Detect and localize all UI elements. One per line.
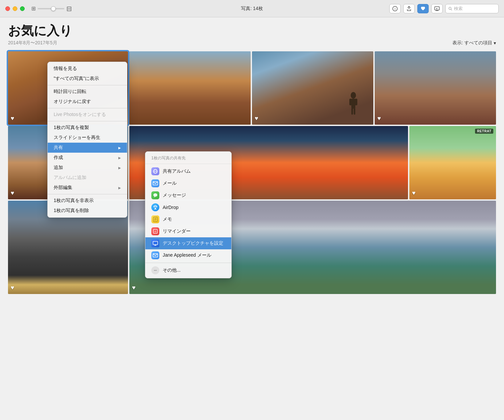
share-item-more[interactable]: ··· その他... <box>145 264 231 276</box>
mail-icon <box>151 179 159 187</box>
context-menu-slideshow[interactable]: スライドショーを再生 <box>48 133 127 143</box>
separator <box>48 108 127 108</box>
share-submenu-header: 1枚の写真の共有先 <box>145 153 231 164</box>
separator <box>48 194 127 194</box>
maximize-button[interactable] <box>20 6 25 11</box>
favorites-button[interactable] <box>417 4 429 13</box>
submenu-arrow-icon: ▶ <box>118 186 121 190</box>
shared-album-icon <box>151 167 159 175</box>
heart-icon: ♥ <box>11 284 14 291</box>
view-filter[interactable]: 表示: すべての項目 ▾ <box>452 40 496 46</box>
heart-icon: ♥ <box>377 115 381 122</box>
airdrop-icon <box>151 203 159 211</box>
notes-icon <box>151 215 159 223</box>
submenu-arrow-icon: ▶ <box>118 156 121 160</box>
large-grid-icon[interactable]: ⊟ <box>66 5 72 13</box>
submenu-arrow-icon: ▶ <box>118 146 121 150</box>
context-menu-add-to-album[interactable]: アルバムに追加 <box>48 173 127 183</box>
album-title: お気に入り <box>8 24 496 38</box>
photo-count: 写真: 14枚 <box>241 6 263 12</box>
share-item-messages[interactable]: メッセージ <box>145 189 231 201</box>
jane-mail-icon <box>151 251 159 259</box>
share-button[interactable] <box>403 4 415 13</box>
context-menu-rotate[interactable]: 時計回りに回転 <box>48 87 127 97</box>
heart-icon: ♥ <box>132 284 136 291</box>
heart-icon: ♥ <box>412 190 416 197</box>
context-menu-share[interactable]: 共有 ▶ <box>48 143 127 153</box>
svg-rect-8 <box>349 99 352 105</box>
context-menu-revert[interactable]: オリジナルに戻す <box>48 97 127 107</box>
slideshow-button[interactable] <box>431 4 443 13</box>
svg-rect-9 <box>355 99 357 105</box>
context-menu-hide[interactable]: 1枚の写真を非表示 <box>48 196 127 206</box>
minimize-button[interactable] <box>13 6 17 11</box>
close-button[interactable] <box>5 6 10 11</box>
titlebar: ⊞ ⊟ 写真: 14枚 i <box>0 0 504 17</box>
context-menu-duplicate[interactable]: 1枚の写真を複製 <box>48 123 127 133</box>
share-item-reminders[interactable]: リマインダー <box>145 225 231 237</box>
toolbar: i 検索 <box>389 4 499 13</box>
svg-rect-10 <box>351 108 353 115</box>
context-menu-info[interactable]: 情報を見る <box>48 64 127 74</box>
grid-view-icon[interactable]: ⊞ <box>31 5 36 12</box>
photo-item[interactable]: ♥ <box>375 51 496 125</box>
svg-point-17 <box>155 208 156 209</box>
svg-text:i: i <box>395 7 395 11</box>
context-menu-add[interactable]: 追加 ▶ <box>48 163 127 173</box>
photo-item[interactable] <box>129 51 251 125</box>
context-menu-live-photos[interactable]: Live Photosをオンにする <box>48 110 127 120</box>
share-item-desktop[interactable]: デスクトップピクチャを設定 <box>145 237 231 249</box>
submenu-arrow-icon: ▶ <box>118 166 121 170</box>
context-menu-show-all[interactable]: "すべての写真"に表示 <box>48 74 127 84</box>
album-subtitle-row: 2014年8月〜2017年5月 表示: すべての項目 ▾ <box>8 40 496 46</box>
share-item-shared-album[interactable]: 共有アルバム <box>145 165 231 177</box>
svg-rect-22 <box>153 229 157 233</box>
heart-icon: ♥ <box>11 115 14 122</box>
separator <box>145 263 231 263</box>
share-submenu: 1枚の写真の共有先 共有アルバム メール メッセージ <box>145 151 232 278</box>
share-item-notes[interactable]: メモ <box>145 213 231 225</box>
messages-icon <box>151 191 159 199</box>
svg-line-5 <box>451 9 452 10</box>
photo-item[interactable]: RETRAT ♥ <box>409 126 496 199</box>
desktop-icon <box>151 239 159 247</box>
view-toggle: ⊞ ⊟ <box>31 5 72 13</box>
share-item-jane[interactable]: Jane Appleseed メール <box>145 249 231 261</box>
separator <box>48 121 127 121</box>
share-item-airdrop[interactable]: AirDrop <box>145 201 231 213</box>
zoom-slider[interactable] <box>38 8 64 9</box>
reminders-icon <box>151 227 159 235</box>
retrat-badge: RETRAT <box>475 129 493 134</box>
album-date: 2014年8月〜2017年5月 <box>8 40 57 46</box>
photo-item[interactable]: ♥ <box>252 51 373 125</box>
context-menu-delete[interactable]: 1枚の写真を削除 <box>48 206 127 216</box>
more-icon: ··· <box>151 266 159 274</box>
search-box[interactable]: 検索 <box>445 4 499 13</box>
svg-rect-11 <box>354 108 355 115</box>
context-menu-create[interactable]: 作成 ▶ <box>48 153 127 163</box>
traffic-lights <box>5 6 25 11</box>
svg-rect-25 <box>153 241 158 245</box>
separator <box>48 85 127 85</box>
context-menu: 情報を見る "すべての写真"に表示 時計回りに回転 オリジナルに戻す Live … <box>47 62 127 218</box>
svg-point-4 <box>449 7 451 9</box>
heart-icon: ♥ <box>11 190 14 197</box>
heart-icon: ♥ <box>255 115 258 122</box>
info-button[interactable]: i <box>389 4 401 13</box>
svg-point-16 <box>153 193 157 197</box>
context-menu-external-edit[interactable]: 外部編集 ▶ <box>48 183 127 193</box>
svg-point-6 <box>351 92 356 99</box>
share-item-mail[interactable]: メール <box>145 177 231 189</box>
